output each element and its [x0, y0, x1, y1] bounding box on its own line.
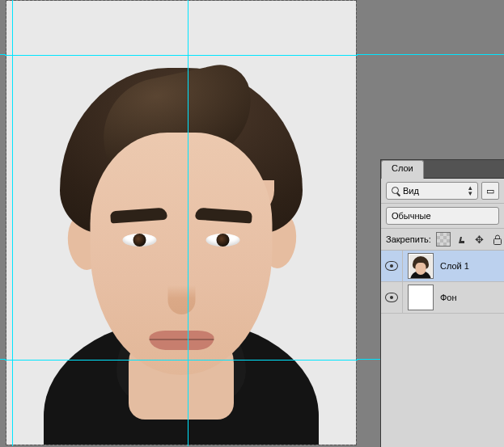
document-canvas[interactable] [6, 0, 357, 445]
layers-list: Слой 1 Фон [381, 251, 504, 314]
workspace: Слои Вид ▴▾ ▭ Обычные Закрепить: [0, 0, 504, 447]
eye-icon [385, 261, 398, 271]
lock-label: Закрепить: [386, 234, 431, 244]
svg-rect-0 [493, 238, 501, 244]
tab-label: Слои [392, 163, 413, 173]
guide-horizontal[interactable] [5, 360, 358, 361]
layer-filter-label: Вид [403, 186, 419, 196]
layer-visibility-toggle[interactable] [381, 282, 403, 313]
tab-layers[interactable]: Слои [381, 160, 424, 179]
lock-transparency-icon[interactable] [436, 232, 451, 247]
blend-mode-select[interactable]: Обычные [386, 207, 499, 225]
layer-visibility-toggle[interactable] [381, 251, 403, 281]
layer-thumbnail[interactable] [408, 253, 434, 279]
eye-icon [385, 293, 398, 302]
layer-row[interactable]: Слой 1 [381, 251, 504, 282]
canvas-background [6, 1, 356, 445]
lock-row: Закрепить: ✥ [381, 229, 504, 251]
filter-pictogram-button[interactable]: ▭ [481, 182, 499, 200]
layers-panel: Слои Вид ▴▾ ▭ Обычные Закрепить: [380, 159, 504, 447]
portrait-image [44, 60, 319, 445]
blend-mode-row: Обычные [381, 204, 504, 229]
layer-filter-row: Вид ▴▾ ▭ [381, 179, 504, 204]
guide-vertical[interactable] [188, 0, 188, 446]
guide-horizontal[interactable] [5, 55, 358, 56]
panel-tabs: Слои [381, 160, 504, 179]
layer-filter-kind[interactable]: Вид ▴▾ [386, 182, 478, 200]
layer-thumbnail[interactable] [408, 285, 434, 310]
lock-pixels-icon[interactable] [455, 233, 468, 246]
guide-vertical[interactable] [12, 0, 13, 446]
lock-position-icon[interactable]: ✥ [473, 233, 486, 246]
layer-name[interactable]: Слой 1 [438, 261, 504, 271]
blend-mode-value: Обычные [392, 211, 431, 221]
chevron-updown-icon: ▴▾ [468, 185, 472, 196]
search-icon [392, 187, 400, 195]
lock-all-icon[interactable] [491, 233, 504, 246]
layer-row[interactable]: Фон [381, 282, 504, 314]
layer-name[interactable]: Фон [438, 293, 504, 302]
